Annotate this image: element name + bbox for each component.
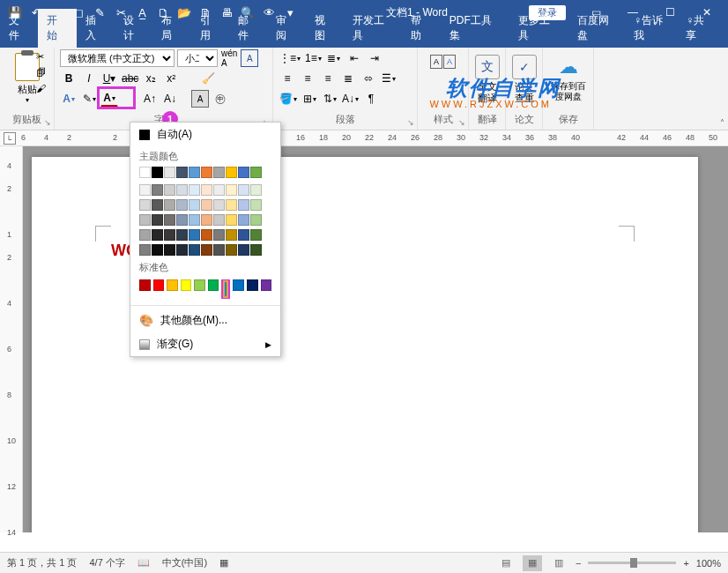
color-swatch[interactable]	[213, 214, 225, 226]
color-swatch[interactable]	[176, 167, 188, 178]
text-effects-button[interactable]: A	[60, 90, 78, 108]
save-baidu-button[interactable]: ☁ 保存到百度网盘	[548, 49, 588, 102]
superscript-button[interactable]: x²	[162, 70, 180, 87]
show-marks-icon[interactable]: ¶	[362, 90, 380, 108]
tab-baidu[interactable]: 百度网盘	[568, 9, 628, 48]
auto-color-item[interactable]: 自动(A)	[130, 123, 280, 146]
color-swatch[interactable]	[164, 184, 175, 196]
paper-check-button[interactable]: ✓ 论文查重	[511, 49, 537, 104]
tab-references[interactable]: 引用	[191, 9, 229, 48]
color-swatch[interactable]	[164, 167, 175, 178]
underline-button[interactable]: U ▾	[100, 70, 118, 87]
enclose-char-icon[interactable]: ㊥	[212, 90, 229, 108]
color-swatch[interactable]	[201, 199, 212, 211]
color-swatch[interactable]	[139, 167, 151, 178]
color-swatch[interactable]	[164, 199, 175, 211]
color-swatch[interactable]	[189, 229, 200, 241]
tell-me[interactable]: ♀告诉我	[627, 9, 679, 48]
color-swatch[interactable]	[176, 244, 188, 256]
color-swatch[interactable]	[176, 184, 188, 196]
color-swatch[interactable]	[225, 282, 227, 296]
color-swatch[interactable]	[201, 244, 212, 256]
color-swatch[interactable]	[153, 279, 165, 291]
font-color-button[interactable]: A	[100, 90, 118, 108]
print-layout-icon[interactable]: ▦	[523, 555, 542, 571]
color-swatch[interactable]	[189, 199, 200, 211]
color-swatch[interactable]	[238, 229, 249, 241]
color-swatch[interactable]	[213, 167, 225, 178]
italic-button[interactable]: I	[80, 70, 98, 87]
page-count[interactable]: 第 1 页，共 1 页	[7, 556, 77, 569]
color-swatch[interactable]	[226, 229, 237, 241]
color-swatch[interactable]	[250, 199, 262, 211]
color-swatch[interactable]	[194, 279, 205, 291]
borders-button[interactable]: ⊞	[301, 90, 318, 108]
bold-button[interactable]: B	[60, 70, 78, 87]
color-swatch[interactable]	[139, 244, 151, 256]
color-swatch[interactable]	[164, 229, 175, 241]
color-swatch[interactable]	[226, 184, 237, 196]
color-swatch[interactable]	[139, 279, 151, 291]
color-swatch[interactable]	[139, 184, 151, 196]
sort-icon[interactable]: A↓	[341, 90, 360, 108]
color-swatch[interactable]	[201, 184, 212, 196]
color-swatch[interactable]	[201, 167, 212, 178]
dialog-launcher-icon[interactable]: ↘	[44, 118, 51, 127]
color-swatch[interactable]	[164, 214, 175, 226]
char-border-icon[interactable]: A	[241, 49, 258, 67]
color-swatch[interactable]	[213, 199, 225, 211]
color-swatch[interactable]	[208, 279, 219, 291]
spell-check-icon[interactable]: 📖	[137, 557, 150, 569]
shrink-font-icon[interactable]: A↓	[161, 90, 179, 108]
gradient-item[interactable]: 渐变(G) ▶	[130, 332, 280, 356]
tab-developer[interactable]: 开发工具	[344, 9, 403, 48]
color-swatch[interactable]	[139, 199, 151, 211]
color-swatch[interactable]	[139, 229, 151, 241]
tab-selector[interactable]: ˪	[4, 132, 16, 145]
dialog-launcher-icon[interactable]: ↘	[407, 118, 414, 127]
font-size-select[interactable]: 小二	[177, 49, 218, 67]
decrease-indent-icon[interactable]: ⇤	[345, 49, 363, 67]
horizontal-ruler[interactable]: ˪ 64224681012141618202224262830323436384…	[0, 130, 728, 146]
tab-design[interactable]: 设计	[115, 9, 152, 48]
highlight-button[interactable]: ✎	[80, 90, 98, 108]
color-swatch[interactable]	[247, 279, 258, 291]
tab-insert[interactable]: 插入	[77, 9, 115, 48]
macro-icon[interactable]: ▦	[219, 557, 228, 569]
color-swatch[interactable]	[164, 244, 175, 256]
language-status[interactable]: 中文(中国)	[162, 556, 207, 569]
distribute-icon[interactable]: ⬄	[360, 70, 377, 87]
color-swatch[interactable]	[152, 229, 163, 241]
subscript-button[interactable]: x₂	[142, 70, 160, 87]
color-swatch[interactable]	[250, 167, 262, 178]
tab-help[interactable]: 帮助	[402, 9, 440, 48]
color-swatch[interactable]	[250, 229, 262, 241]
color-swatch[interactable]	[213, 229, 225, 241]
numbering-button[interactable]: 1≡	[304, 49, 323, 67]
color-swatch[interactable]	[152, 167, 163, 178]
font-name-select[interactable]: 微软雅黑 (中文正文)	[60, 49, 175, 67]
zoom-out-icon[interactable]: −	[576, 558, 581, 569]
color-swatch[interactable]	[176, 199, 188, 211]
read-mode-icon[interactable]: ▤	[496, 555, 516, 571]
color-swatch[interactable]	[176, 229, 188, 241]
color-swatch[interactable]	[213, 244, 225, 256]
zoom-handle[interactable]	[630, 558, 637, 568]
zoom-slider[interactable]	[588, 562, 676, 564]
color-swatch[interactable]	[250, 184, 262, 196]
tab-review[interactable]: 审阅	[267, 9, 305, 48]
align-center-icon[interactable]: ≡	[299, 70, 316, 87]
color-swatch[interactable]	[201, 214, 212, 226]
color-swatch[interactable]	[238, 184, 249, 196]
phonetic-guide-icon[interactable]: wénA	[220, 49, 238, 67]
color-swatch[interactable]	[226, 199, 237, 211]
justify-icon[interactable]: ≣	[339, 70, 357, 87]
color-swatch[interactable]	[152, 184, 163, 196]
dialog-launcher-icon[interactable]: ↘	[458, 118, 465, 127]
more-colors-item[interactable]: 🎨 其他颜色(M)...	[130, 309, 280, 332]
color-swatch[interactable]	[226, 214, 237, 226]
color-swatch[interactable]	[167, 279, 178, 291]
color-swatch[interactable]	[152, 244, 163, 256]
increase-indent-icon[interactable]: ⇥	[366, 49, 383, 67]
clear-format-icon[interactable]: 🧹	[199, 70, 217, 87]
